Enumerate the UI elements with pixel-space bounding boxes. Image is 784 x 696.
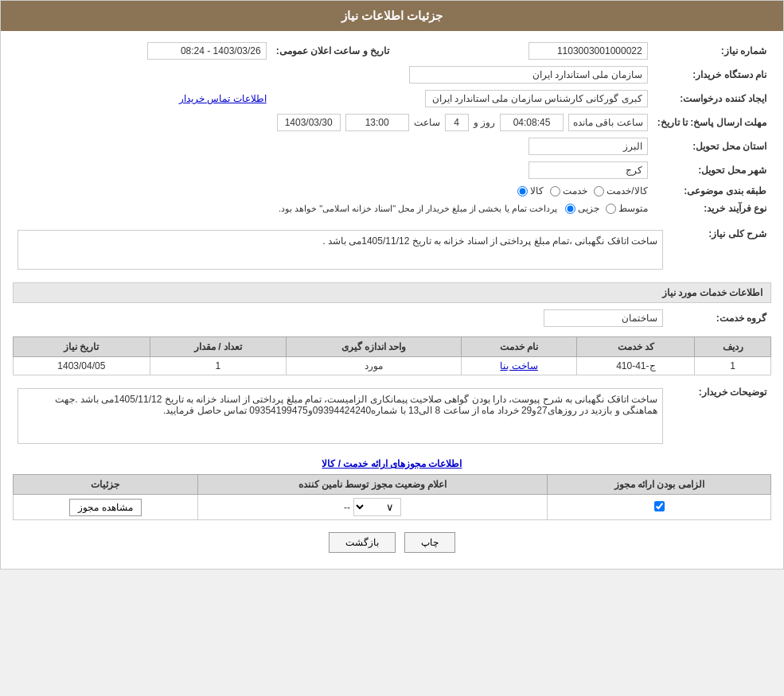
license-required-checkbox[interactable] xyxy=(654,501,665,511)
purchase-type-label: نوع فرآیند خرید: xyxy=(653,200,771,217)
cell-qty: 1 xyxy=(150,357,287,375)
supplier-status-cell: ∨ -- xyxy=(197,495,548,520)
need-desc-value-cell: ساخت اتاقک نگهبانی ،تمام مبلغ پرداختی از… xyxy=(13,224,668,276)
announce-date-value: 1403/03/26 - 08:24 xyxy=(147,42,267,60)
category-row: طبقه بندی موضوعی: کالا/خدمت خدمت کالا xyxy=(13,182,771,200)
send-deadline-fields: ساعت باقی مانده 04:08:45 روز و 4 ساعت 13… xyxy=(18,114,648,131)
send-time-value: 13:00 xyxy=(345,114,409,131)
need-number-row: شماره نیاز: 1103003001000022 تاریخ و ساع… xyxy=(13,39,771,63)
send-days-label: روز و xyxy=(474,117,495,128)
created-by-value-cell: کبری گورکانی کارشناس سازمان ملی استاندار… xyxy=(271,87,653,111)
category-option-2[interactable]: خدمت xyxy=(550,185,587,196)
col-row-num: ردیف xyxy=(695,337,771,357)
info-table: شماره نیاز: 1103003001000022 تاریخ و ساع… xyxy=(13,39,771,217)
print-button[interactable]: چاپ xyxy=(404,532,455,553)
buyer-org-value-cell: سازمان ملی استاندارد ایران xyxy=(13,63,653,87)
send-days-value: 4 xyxy=(445,114,469,131)
category-value-cell: کالا/خدمت خدمت کالا xyxy=(13,182,653,200)
supplier-status-area: ∨ -- xyxy=(205,498,541,516)
category-label-1: کالا xyxy=(530,185,544,196)
purchase-option-partial[interactable]: جزیی xyxy=(565,203,599,214)
col-service-code: کد خدمت xyxy=(577,337,695,357)
category-label-3: کالا/خدمت xyxy=(607,185,647,196)
purchase-option-medium[interactable]: متوسط xyxy=(606,203,648,214)
need-desc-table: شرح کلی نیاز: ساخت اتاقک نگهبانی ،تمام م… xyxy=(13,224,771,276)
service-group-label: گروه خدمت: xyxy=(668,306,771,330)
need-desc-value: ساخت اتاقک نگهبانی ،تمام مبلغ پرداختی از… xyxy=(18,230,663,270)
send-time-label: ساعت xyxy=(414,117,440,128)
category-option-1[interactable]: کالا xyxy=(517,185,544,196)
services-table-header: ردیف کد خدمت نام خدمت واحد اندازه گیری ت… xyxy=(14,337,771,357)
contact-link[interactable]: اطلاعات تماس خریدار xyxy=(179,93,267,104)
purchase-note: پرداخت تمام یا بخشی از مبلغ خریدار از مح… xyxy=(279,204,557,214)
col-supplier-status: اعلام وضعیت مجوز توسط نامین کننده xyxy=(197,475,548,495)
license-section-title[interactable]: اطلاعات مجوزهای ارائه خدمت / کالا xyxy=(13,458,771,469)
supplier-status-select[interactable]: ∨ xyxy=(353,498,401,516)
license-row-1: ∨ -- مشاهده مجوز xyxy=(14,495,771,520)
content-area: شماره نیاز: 1103003001000022 تاریخ و ساع… xyxy=(1,31,783,569)
buyer-desc-label: توضیحات خریدار: xyxy=(668,382,771,450)
col-details: جزئیات xyxy=(14,475,198,495)
buyer-desc-row: توضیحات خریدار: ساخت اتاقک نگهبانی به شر… xyxy=(13,382,771,450)
province-row: استان محل تحویل: البرز xyxy=(13,134,771,158)
purchase-label-medium: متوسط xyxy=(618,203,648,214)
city-value: کرج xyxy=(529,161,648,179)
col-unit: واحد اندازه گیری xyxy=(287,337,462,357)
service-group-value: ساختمان xyxy=(544,309,663,327)
services-table: ردیف کد خدمت نام خدمت واحد اندازه گیری ت… xyxy=(13,336,771,375)
category-radio-2[interactable] xyxy=(550,186,560,196)
page-header: جزئیات اطلاعات نیاز xyxy=(1,1,783,31)
purchase-radio-group: متوسط جزیی xyxy=(565,203,648,214)
send-deadline-value-cell: ساعت باقی مانده 04:08:45 روز و 4 ساعت 13… xyxy=(13,111,653,134)
table-row: 1 ج-41-410 ساخت بنا مورد 1 1403/04/05 xyxy=(14,357,771,375)
need-number-value-cell: 1103003001000022 xyxy=(394,39,653,63)
col-license-required: الزامی بودن ارائه مجوز xyxy=(548,475,771,495)
return-button[interactable]: بازگشت xyxy=(329,532,396,553)
need-desc-label: شرح کلی نیاز: xyxy=(668,224,771,276)
category-radio-1[interactable] xyxy=(517,186,528,196)
buttons-row: چاپ بازگشت xyxy=(13,532,771,553)
col-qty: تعداد / مقدار xyxy=(150,337,287,357)
buyer-desc-table: توضیحات خریدار: ساخت اتاقک نگهبانی به شر… xyxy=(13,382,771,450)
need-number-label: شماره نیاز: xyxy=(653,39,771,63)
category-radio-group: کالا/خدمت خدمت کالا xyxy=(517,185,647,196)
province-value-cell: البرز xyxy=(13,134,653,158)
purchase-label-partial: جزیی xyxy=(578,203,599,214)
province-label: استان محل تحویل: xyxy=(653,134,771,158)
cell-service-code: ج-41-410 xyxy=(577,357,695,375)
announce-date-label: تاریخ و ساعت اعلان عمومی: xyxy=(271,39,394,63)
send-remaining-label: ساعت باقی مانده xyxy=(568,114,648,131)
service-group-value-cell: ساختمان xyxy=(13,306,668,330)
need-desc-row: شرح کلی نیاز: ساخت اتاقک نگهبانی ،تمام م… xyxy=(13,224,771,276)
page-title: جزئیات اطلاعات نیاز xyxy=(341,9,443,22)
license-table-header: الزامی بودن ارائه مجوز اعلام وضعیت مجوز … xyxy=(14,475,771,495)
purchase-type-value-cell: متوسط جزیی پرداخت تمام یا بخشی از مبلغ خ… xyxy=(13,200,653,217)
send-remaining-value: 04:08:45 xyxy=(500,114,564,131)
cell-unit: مورد xyxy=(287,357,462,375)
category-option-3[interactable]: کالا/خدمت xyxy=(594,185,647,196)
col-need-date: تاریخ نیاز xyxy=(14,337,150,357)
announce-date-value-cell: 1403/03/26 - 08:24 xyxy=(13,39,271,63)
send-deadline-row: مهلت ارسال پاسخ: تا تاریخ: ساعت باقی مان… xyxy=(13,111,771,134)
page-wrapper: جزئیات اطلاعات نیاز شماره نیاز: 11030030… xyxy=(0,0,784,570)
purchase-radio-partial[interactable] xyxy=(565,204,575,214)
category-label: طبقه بندی موضوعی: xyxy=(653,182,771,200)
need-number-value: 1103003001000022 xyxy=(529,42,648,60)
city-value-cell: کرج xyxy=(13,158,653,182)
license-details-cell: مشاهده مجوز xyxy=(14,495,198,520)
purchase-radio-medium[interactable] xyxy=(606,204,616,214)
view-license-button[interactable]: مشاهده مجوز xyxy=(69,499,141,516)
buyer-desc-value: ساخت اتاقک نگهبانی به شرح پیوست، دارا بو… xyxy=(18,388,663,444)
supplier-status-value: -- xyxy=(344,502,350,513)
city-label: شهر محل تحویل: xyxy=(653,158,771,182)
category-radio-3[interactable] xyxy=(594,186,604,196)
cell-service-name[interactable]: ساخت بنا xyxy=(461,357,577,375)
license-required-cell xyxy=(548,495,771,520)
col-service-name: نام خدمت xyxy=(461,337,577,357)
send-date-value: 1403/03/30 xyxy=(277,114,341,131)
created-by-row: ایجاد کننده درخواست: کبری گورکانی کارشنا… xyxy=(13,87,771,111)
buyer-org-row: نام دستگاه خریدار: سازمان ملی استاندارد … xyxy=(13,63,771,87)
province-value: البرز xyxy=(529,138,648,155)
cell-row-num: 1 xyxy=(695,357,771,375)
contact-link-cell: اطلاعات تماس خریدار xyxy=(13,87,271,111)
